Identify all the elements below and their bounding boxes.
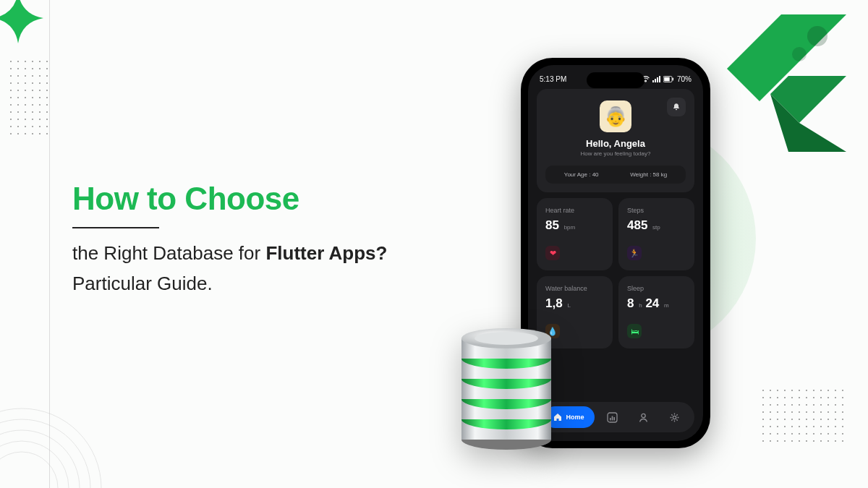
sleep-minutes: 24 (645, 296, 659, 310)
metric-label: Water balance (545, 285, 604, 292)
svg-point-10 (792, 47, 807, 61)
flutter-logo-icon (716, 14, 846, 152)
metric-label: Steps (627, 207, 686, 214)
metric-value: 485 stp (627, 218, 686, 233)
headline-line2-prefix: the Right Database for (72, 242, 265, 264)
weight-label: Weight : 58 kg (630, 171, 667, 178)
nav-settings[interactable] (662, 406, 688, 428)
metric-value: 1,8 L (545, 296, 604, 311)
steps-unit: stp (652, 224, 660, 231)
svg-point-23 (673, 416, 676, 419)
svg-rect-14 (659, 76, 660, 82)
metric-sleep[interactable]: Sleep 8 h 24 m 🛏 (618, 276, 694, 348)
battery-icon (663, 76, 674, 82)
heart-value: 85 (545, 218, 559, 232)
bell-icon (672, 103, 681, 111)
bed-icon: 🛏 (627, 324, 642, 338)
greeting-text: Hello, Angela (545, 138, 686, 149)
water-unit: L (567, 302, 570, 309)
steps-value: 485 (627, 218, 647, 232)
greeting-subtext: How are you feeling today? (545, 150, 686, 157)
heart-icon: ❤ (545, 246, 560, 260)
metric-value: 8 h 24 m (627, 296, 686, 311)
headline-secondary: the Right Database for Flutter Apps? Par… (72, 239, 448, 299)
metric-steps[interactable]: Steps 485 stp 🏃 (618, 198, 694, 270)
user-icon (638, 412, 649, 423)
metric-label: Heart rate (545, 207, 604, 214)
heart-unit: bpm (564, 224, 576, 231)
headline-primary: How to Choose (72, 181, 448, 217)
running-icon: 🏃 (627, 246, 642, 260)
notification-button[interactable] (667, 98, 686, 116)
svg-rect-20 (612, 416, 613, 420)
sleep-h-unit: h (639, 302, 642, 309)
svg-point-4 (0, 408, 101, 488)
svg-point-1 (0, 441, 69, 488)
headline-line3: Particular Guide. (72, 273, 213, 294)
avatar[interactable]: 👵 (600, 100, 631, 132)
svg-point-35 (475, 332, 538, 345)
signal-icon (652, 76, 660, 82)
database-icon (448, 318, 564, 455)
metric-label: Sleep (627, 285, 686, 292)
sleep-m-unit: m (664, 302, 669, 309)
phone-notch (587, 72, 644, 88)
star-icon (0, 0, 43, 43)
metric-value: 85 bpm (545, 218, 604, 233)
battery-pct: 70% (677, 75, 692, 83)
profile-info-strip: Your Age : 40 Weight : 58 kg (545, 166, 686, 184)
svg-rect-21 (613, 417, 615, 421)
svg-rect-13 (657, 77, 658, 82)
dot-grid-top-left (7, 58, 51, 137)
svg-rect-12 (655, 79, 656, 82)
svg-rect-11 (652, 80, 654, 82)
svg-point-22 (642, 414, 645, 417)
arc-decoration (0, 387, 123, 488)
profile-card: 👵 Hello, Angela How are you feeling toda… (537, 89, 694, 192)
headline-line2-bold: Flutter Apps? (265, 242, 387, 264)
svg-rect-19 (610, 418, 611, 421)
dot-grid-bottom-right (760, 387, 846, 445)
gear-icon (669, 412, 680, 423)
headline-block: How to Choose the Right Database for Flu… (72, 181, 448, 299)
water-value: 1,8 (545, 296, 563, 310)
status-right: 70% (642, 75, 692, 83)
status-time: 5:13 PM (540, 75, 566, 83)
nav-home-label: Home (566, 414, 584, 421)
nav-stats[interactable] (600, 406, 626, 428)
headline-underline (72, 227, 159, 228)
svg-rect-17 (672, 78, 673, 81)
metric-heart[interactable]: Heart rate 85 bpm ❤ (537, 198, 613, 270)
svg-point-0 (0, 452, 58, 488)
svg-rect-16 (664, 77, 670, 82)
svg-point-3 (0, 419, 90, 488)
chart-icon (607, 412, 618, 423)
age-label: Your Age : 40 (564, 171, 599, 178)
sleep-hours: 8 (627, 296, 634, 310)
svg-point-9 (807, 26, 827, 46)
nav-profile[interactable] (631, 406, 657, 428)
